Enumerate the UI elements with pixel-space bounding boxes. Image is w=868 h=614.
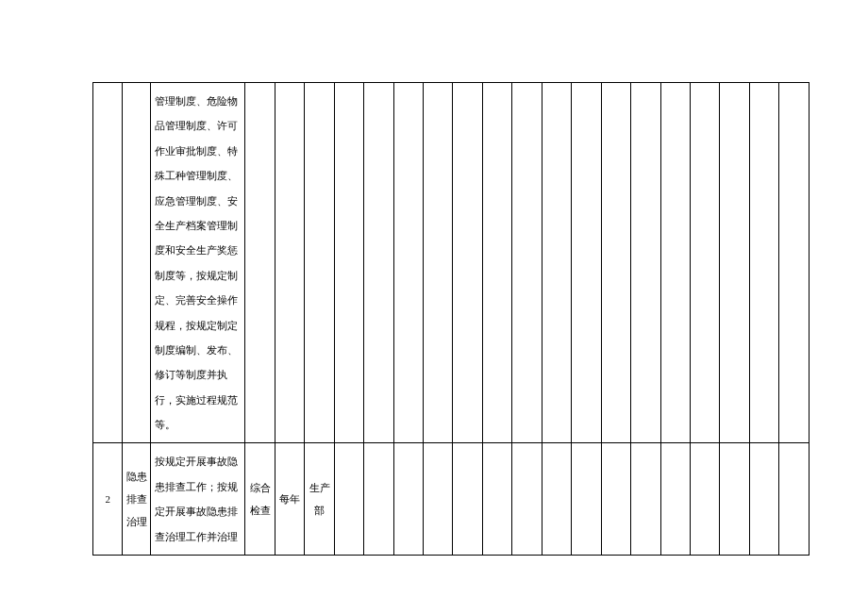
cell: [453, 83, 482, 443]
cell: [364, 83, 393, 443]
cell: [482, 443, 511, 556]
cell: [305, 83, 334, 443]
cell: 生产部: [305, 443, 334, 556]
cell: [690, 83, 719, 443]
cell: [631, 83, 660, 443]
cell-category: 隐患排查治理: [123, 443, 150, 556]
cell-index: 2: [93, 443, 123, 556]
table-row: 管理制度、危险物品管理制度、许可作业审批制度、特殊工种管理制度、应急管理制度、安…: [93, 83, 810, 443]
cell-category: [123, 83, 150, 443]
cell-content: 按规定开展事故隐患排查工作；按规定开展事故隐患排查治理工作并治理: [150, 443, 245, 556]
table-row: 2 隐患排查治理 按规定开展事故隐患排查工作；按规定开展事故隐患排查治理工作并治…: [93, 443, 810, 556]
cell: [601, 443, 630, 556]
cell: [393, 443, 423, 556]
cell: [690, 443, 719, 556]
cell: [245, 83, 275, 443]
cell: [720, 83, 749, 443]
cell: [334, 443, 363, 556]
cell: [542, 83, 571, 443]
cell: [572, 443, 601, 556]
cell: [720, 443, 749, 556]
cell: [660, 443, 690, 556]
inspection-table: 管理制度、危险物品管理制度、许可作业审批制度、特殊工种管理制度、应急管理制度、安…: [92, 82, 810, 556]
cell: [749, 83, 778, 443]
cell: [275, 83, 304, 443]
cell-content: 管理制度、危险物品管理制度、许可作业审批制度、特殊工种管理制度、应急管理制度、安…: [150, 83, 245, 443]
cell: [453, 443, 482, 556]
cell: [512, 83, 542, 443]
cell: [512, 443, 542, 556]
cell: [542, 443, 571, 556]
cell: [779, 443, 810, 556]
cell: [393, 83, 423, 443]
cell: [601, 83, 630, 443]
inspection-table-wrap: 管理制度、危险物品管理制度、许可作业审批制度、特殊工种管理制度、应急管理制度、安…: [92, 82, 810, 556]
cell: [779, 83, 810, 443]
cell: [631, 443, 660, 556]
cell: [572, 83, 601, 443]
cell: [482, 83, 511, 443]
cell-index: [93, 83, 123, 443]
cell: [424, 83, 453, 443]
cell: 每年: [275, 443, 304, 556]
cell: [749, 443, 778, 556]
cell: 综合检查: [245, 443, 275, 556]
cell: [364, 443, 393, 556]
cell: [334, 83, 363, 443]
cell: [424, 443, 453, 556]
cell: [660, 83, 690, 443]
